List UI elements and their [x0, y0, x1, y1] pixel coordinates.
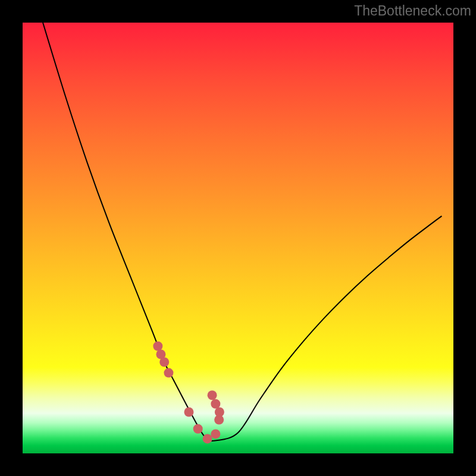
- watermark-text: TheBottleneck.com: [354, 3, 471, 18]
- marker-dot: [159, 358, 169, 367]
- marker-dot: [193, 424, 203, 434]
- marker-dot: [164, 368, 173, 378]
- marker-dot: [203, 434, 212, 443]
- bottleneck-chart: TheBottleneck.com: [0, 0, 476, 476]
- plot-area: [23, 23, 453, 453]
- marker-dot: [211, 399, 220, 409]
- marker-dot: [208, 390, 217, 400]
- marker-dot: [153, 342, 162, 351]
- marker-dot: [184, 408, 193, 417]
- marker-dot: [211, 429, 220, 439]
- marker-dot: [215, 408, 224, 417]
